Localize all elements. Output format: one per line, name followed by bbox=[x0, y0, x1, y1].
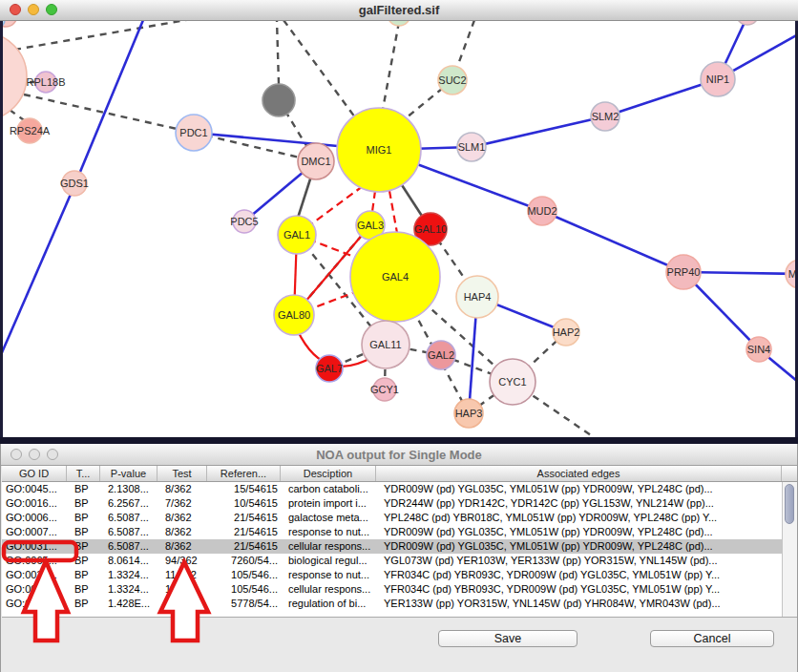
table-cell: 15/54615 bbox=[207, 482, 281, 496]
network-canvas[interactable]: RPL18BRPS24AGDS1PDC1MIG1DMC1PDC5GAL1GAL3… bbox=[0, 20, 798, 437]
network-svg: RPL18BRPS24AGDS1PDC1MIG1DMC1PDC5GAL1GAL3… bbox=[3, 20, 795, 437]
table-header-row: GO IDT...P-valueTestReferen...Desciption… bbox=[2, 466, 797, 482]
table-body: GO:0045...BP2.1308...8/36215/54615carbon… bbox=[2, 482, 797, 611]
edge bbox=[472, 116, 605, 147]
vertical-scrollbar[interactable] bbox=[782, 482, 797, 617]
table-cell: cellular respons... bbox=[281, 582, 376, 597]
node-label-rps24a: RPS24A bbox=[10, 125, 51, 136]
header-cell-test[interactable]: Test bbox=[158, 466, 207, 481]
table-cell: YDR244W (pp) YDR142C, YDR142C (pp) YGL15… bbox=[376, 496, 782, 511]
table-cell: BP bbox=[67, 582, 100, 597]
table-cell: BP bbox=[67, 539, 100, 554]
table-cell: GO:0050... bbox=[2, 597, 67, 611]
table-cell: GO:0031... bbox=[2, 582, 67, 597]
table-cell: GO:0065... bbox=[2, 554, 67, 568]
table-cell: GO:0006... bbox=[2, 511, 67, 525]
table-cell: GO:0031... bbox=[2, 568, 67, 582]
header-cell-referen-[interactable]: Referen... bbox=[207, 466, 281, 481]
node-label-cyc1: CYC1 bbox=[498, 376, 526, 388]
table-row[interactable]: GO:0031...BP1.3324...11/362105/546...cel… bbox=[2, 582, 797, 597]
graph-window: RPL18BRPS24AGDS1PDC1MIG1DMC1PDC5GAL1GAL3… bbox=[0, 0, 798, 437]
window-separator bbox=[0, 437, 798, 444]
node-label-pdc5: PDC5 bbox=[230, 216, 258, 227]
table-cell: 10/54615 bbox=[207, 496, 281, 511]
node-label-slm2: SLM2 bbox=[592, 111, 620, 122]
table-cell: GO:0031... bbox=[2, 539, 67, 554]
node-label-pdc1: PDC1 bbox=[179, 127, 207, 138]
noa-window-title: NOA output for Single Mode bbox=[1, 448, 797, 462]
table-cell: 21/54615 bbox=[207, 539, 281, 554]
graph-window-titlebar[interactable]: galFiltered.sif bbox=[0, 0, 798, 21]
table-cell: 94/362 bbox=[158, 554, 207, 568]
noa-window-titlebar[interactable]: NOA output for Single Mode bbox=[1, 444, 797, 466]
table-cell: BP bbox=[67, 597, 100, 611]
table-cell: YER133W (pp) YOR315W, YNL145W (pd) YHR08… bbox=[376, 597, 782, 611]
table-cell: response to nut... bbox=[281, 525, 376, 539]
edge bbox=[277, 20, 279, 84]
header-cell-associated-edges[interactable]: Associated edges bbox=[376, 466, 782, 481]
node-graynode[interactable] bbox=[262, 84, 295, 116]
header-cell-go-id[interactable]: GO ID bbox=[2, 466, 67, 481]
table-cell: 6.5087... bbox=[100, 511, 158, 525]
table-cell: BP bbox=[67, 511, 100, 525]
table-cell: protein import i... bbox=[281, 496, 376, 511]
node-label-suc2: SUC2 bbox=[438, 74, 466, 86]
table-cell: 8.0614... bbox=[100, 554, 158, 568]
table-row[interactable]: GO:0065...BP8.0614...94/3627260/54...bio… bbox=[2, 554, 797, 568]
table-cell: 11/362 bbox=[158, 582, 207, 597]
node-label-gal3: GAL3 bbox=[357, 220, 384, 231]
table-row[interactable]: GO:0007...BP6.5087...8/36221/54615respon… bbox=[2, 525, 797, 539]
edge bbox=[382, 22, 399, 115]
node-label-mig1: MIG1 bbox=[367, 144, 392, 156]
table-row[interactable]: GO:0031...BP6.5087...8/36221/54615cellul… bbox=[2, 539, 797, 554]
table-cell: 6.5087... bbox=[100, 539, 158, 554]
table-cell: 8/362 bbox=[158, 511, 207, 525]
node-label-rpl18b: RPL18B bbox=[27, 76, 66, 88]
table-cell: BP bbox=[67, 554, 100, 568]
table-cell: carbon cataboli... bbox=[281, 482, 376, 496]
node-label-gal4: GAL4 bbox=[382, 271, 409, 283]
table-cell: 11/362 bbox=[158, 568, 207, 582]
table-row[interactable]: GO:0016...BP6.2567...7/36210/54615protei… bbox=[2, 496, 797, 511]
scrollbar-thumb[interactable] bbox=[785, 484, 794, 524]
table-row[interactable]: GO:0006...BP6.5087...8/36221/54615galact… bbox=[2, 511, 797, 525]
edge bbox=[542, 211, 683, 272]
table-cell: YDR009W (pd) YGL035C, YML051W (pp) YDR00… bbox=[376, 482, 782, 496]
table-cell: 105/546... bbox=[207, 582, 281, 597]
node-bigpink[interactable] bbox=[3, 32, 27, 120]
node-label-dmc1: DMC1 bbox=[301, 156, 330, 167]
node-label-hap2: HAP2 bbox=[553, 326, 580, 338]
table-cell: BP bbox=[67, 525, 100, 539]
graph-window-title: galFiltered.sif bbox=[0, 3, 798, 17]
table-row[interactable]: GO:0045...BP2.1308...8/36215/54615carbon… bbox=[2, 482, 797, 496]
table-cell: YDR009W (pd) YGL035C, YML051W (pp) YDR00… bbox=[376, 525, 782, 539]
header-cell-desciption[interactable]: Desciption bbox=[281, 466, 376, 481]
table-row[interactable]: GO:0050...BP1.428E...80/3625778/54...reg… bbox=[2, 597, 797, 611]
table-cell: YFR034C (pd) YBR093C, YDR009W (pd) YGL03… bbox=[376, 568, 782, 582]
table-cell: 105/546... bbox=[207, 568, 281, 582]
node-label-prp40: PRP40 bbox=[667, 266, 701, 278]
table-cell: 5778/54... bbox=[207, 597, 281, 611]
table-row[interactable]: GO:0031...BP1.3324...11/362105/546...res… bbox=[2, 568, 797, 582]
header-cell-p-value[interactable]: P-value bbox=[100, 466, 158, 481]
table-cell: BP bbox=[67, 568, 100, 582]
table-cell: YFR034C (pd) YBR093C, YDR009W (pd) YGL03… bbox=[376, 582, 782, 597]
node-label-hap3: HAP3 bbox=[455, 408, 483, 419]
edge bbox=[75, 20, 143, 183]
table-cell: YDR009W (pd) YGL035C, YML051W (pp) YDR00… bbox=[376, 539, 782, 554]
node-label-gal2: GAL2 bbox=[428, 349, 454, 361]
table-cell: 1.3324... bbox=[100, 582, 158, 597]
table-cell: 8/362 bbox=[158, 539, 207, 554]
table-cell: BP bbox=[67, 482, 100, 496]
node-label-gds1: GDS1 bbox=[60, 178, 89, 189]
edge bbox=[389, 191, 397, 233]
header-cell-t-[interactable]: T... bbox=[67, 466, 100, 481]
table-cell: GO:0045... bbox=[2, 482, 67, 496]
node-label-gcy1: GCY1 bbox=[370, 384, 399, 395]
table-cell: YPL248C (pd) YBR018C, YML051W (pp) YDR00… bbox=[376, 511, 782, 525]
save-button[interactable]: Save bbox=[438, 630, 578, 647]
table-cell: YGL073W (pd) YER103W, YER133W (pp) YOR31… bbox=[376, 554, 782, 568]
cancel-button[interactable]: Cancel bbox=[650, 630, 774, 647]
table-cell: 8/362 bbox=[158, 482, 207, 496]
node-label-gal7: GAL7 bbox=[316, 363, 343, 374]
